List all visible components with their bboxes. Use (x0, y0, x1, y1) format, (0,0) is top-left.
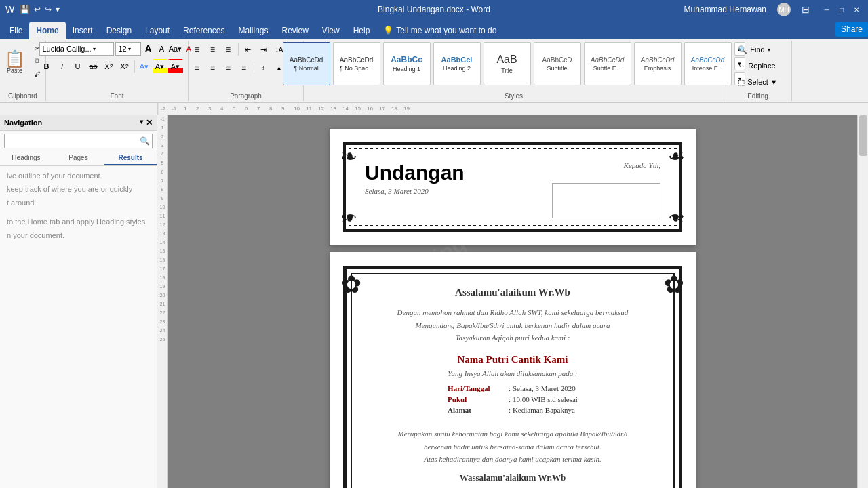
highlight-button[interactable]: A▾ (153, 59, 167, 74)
font-color-button[interactable]: A▾ (168, 59, 183, 74)
svg-text:17: 17 (379, 106, 385, 112)
tab-review[interactable]: Review (275, 22, 315, 39)
nav-search-box[interactable]: 🔍 (4, 134, 153, 148)
tab-home[interactable]: Home (29, 22, 65, 39)
style-emphasis-label: Emphasis (644, 65, 671, 72)
close-button[interactable]: ✕ (850, 3, 863, 16)
tab-file[interactable]: File (3, 22, 29, 39)
strikethrough-button[interactable]: ab (86, 59, 101, 74)
style-subtitle[interactable]: AaBbCcD Subtitle (534, 42, 581, 85)
bullets-button[interactable]: ≡ (190, 42, 205, 57)
redo-icon[interactable]: ↪ (45, 5, 52, 14)
align-right-button[interactable]: ≡ (221, 60, 236, 75)
find-arrow: ▾ (768, 47, 770, 53)
align-left-button[interactable]: ≡ (190, 60, 205, 75)
numbering-button[interactable]: ≡ (205, 42, 220, 57)
nav-tab-pages[interactable]: Pages (52, 151, 104, 165)
svg-text:7: 7 (257, 106, 260, 112)
select-button[interactable]: ⬚ Select ▼ (733, 75, 783, 89)
style-title-label: Title (501, 67, 513, 74)
scroll-thumb[interactable] (859, 115, 867, 156)
style-no-spacing[interactable]: AaBbCcDd ¶ No Spac... (333, 42, 380, 85)
decrease-indent-button[interactable]: ⇤ (241, 42, 256, 57)
tab-view[interactable]: View (315, 22, 347, 39)
style-subtle-emphasis[interactable]: AaBbCcDd Subtle E... (584, 42, 631, 85)
address-label: Alamat (448, 406, 509, 414)
tell-me-label: Tell me what you want to do (396, 26, 496, 35)
document-page-1: ❧ ❧ ❧ ❧ Undangan Selasa, 3 Maret 2 (330, 129, 696, 245)
bold-button[interactable]: B (39, 59, 54, 74)
svg-text:✿: ✿ (341, 271, 361, 298)
text-effect-button[interactable]: A▾ (137, 59, 152, 74)
multilevel-button[interactable]: ≡ (221, 42, 236, 57)
document-page-2: ✿ ✿ ✿ ✿ Assalamu'alaikum Wr.Wb Dengan me… (330, 252, 696, 488)
underline-button[interactable]: U (71, 59, 85, 74)
undo-icon[interactable]: ↩ (34, 5, 41, 14)
scroll-track[interactable] (858, 115, 868, 488)
body-corner-tl: ✿ (340, 262, 380, 303)
justify-button[interactable]: ≡ (237, 60, 252, 75)
svg-text:5: 5 (233, 106, 236, 112)
font-size-dropdown[interactable]: 12 ▾ (115, 42, 141, 56)
line-spacing-button[interactable]: ↕ (256, 60, 271, 75)
nav-search-input[interactable] (5, 137, 137, 145)
corner-br-ornament: ❧ (651, 201, 685, 235)
font-name-dropdown[interactable]: Lucida Callig... ▾ (39, 42, 114, 56)
italic-button[interactable]: I (55, 59, 70, 74)
day-value: : Selasa, 3 Maret 2020 (509, 384, 576, 392)
maximize-button[interactable]: □ (835, 3, 848, 16)
style-heading1[interactable]: AaBbCc Heading 1 (383, 42, 431, 85)
subscript-button[interactable]: X2 (102, 59, 117, 74)
address-value: : Kediaman Bapaknya (509, 406, 575, 414)
svg-text:15: 15 (355, 106, 361, 112)
superscript-button[interactable]: X2 (117, 59, 132, 74)
window-controls: ─ □ ✕ (821, 3, 863, 16)
style-normal[interactable]: AaBbCcDd ¶ Normal (283, 42, 330, 85)
replace-label: Replace (748, 62, 775, 70)
svg-rect-0 (158, 103, 868, 115)
nav-tab-results[interactable]: Results (104, 151, 157, 165)
font-format-row: B I U ab X2 X2 A▾ A▾ A▾ (39, 59, 183, 74)
nav-pane-header: Navigation ▾ ✕ (0, 115, 157, 131)
style-title[interactable]: AaB Title (484, 42, 531, 85)
nav-pane-close[interactable]: ✕ (146, 118, 153, 127)
share-button[interactable]: Share (835, 22, 868, 37)
nav-tab-headings[interactable]: Headings (0, 151, 52, 165)
tab-layout[interactable]: Layout (138, 22, 176, 39)
styles-gallery: AaBbCcDd ¶ Normal AaBbCcDd ¶ No Spac... … (283, 42, 745, 95)
tab-tell-me[interactable]: 💡 Tell me what you want to do (376, 22, 503, 39)
font-label: Font (46, 92, 188, 100)
font-shrink-button[interactable]: A (156, 42, 168, 56)
replace-button[interactable]: ↔ Replace (733, 58, 780, 73)
save-icon[interactable]: 💾 (20, 5, 30, 14)
increase-indent-button[interactable]: ⇥ (256, 42, 271, 57)
time-label: Pukul (448, 395, 509, 403)
lightbulb-icon: 💡 (383, 26, 393, 35)
style-title-preview: AaB (496, 54, 517, 66)
paste-button[interactable]: 📋 Paste (1, 42, 28, 83)
nav-search-button[interactable]: 🔍 (137, 134, 152, 148)
font-case-button[interactable]: Aa▾ (170, 42, 182, 56)
tab-design[interactable]: Design (100, 22, 138, 39)
find-button[interactable]: 🔍 Find ▾ (733, 42, 774, 57)
minimize-button[interactable]: ─ (821, 3, 833, 16)
style-normal-preview: AaBbCcDd (290, 56, 323, 64)
svg-text:16: 16 (367, 106, 373, 112)
nav-pane-menu[interactable]: ▾ (140, 118, 143, 127)
font-grow-button[interactable]: A (142, 42, 155, 56)
style-emphasis[interactable]: AaBbCcDd Emphasis (634, 42, 682, 85)
align-center-button[interactable]: ≡ (205, 60, 220, 75)
customize-qat[interactable]: ▾ (56, 5, 60, 14)
scroll-area[interactable] (857, 115, 868, 488)
ribbon-display-btn[interactable]: ⊟ (802, 4, 810, 15)
replace-icon: ↔ (738, 62, 745, 70)
tab-help[interactable]: Help (347, 22, 377, 39)
tab-mailings[interactable]: Mailings (231, 22, 275, 39)
style-heading2[interactable]: AaBbCcI Heading 2 (433, 42, 481, 85)
day-label: Hari/Tanggal (448, 384, 509, 392)
main-layout: Navigation ▾ ✕ 🔍 Headings Pages Results … (0, 115, 868, 488)
title-block: Undangan Selasa, 3 Maret 2020 (365, 161, 465, 195)
tab-references[interactable]: References (176, 22, 231, 39)
svg-text:6: 6 (245, 106, 248, 112)
tab-insert[interactable]: Insert (66, 22, 100, 39)
